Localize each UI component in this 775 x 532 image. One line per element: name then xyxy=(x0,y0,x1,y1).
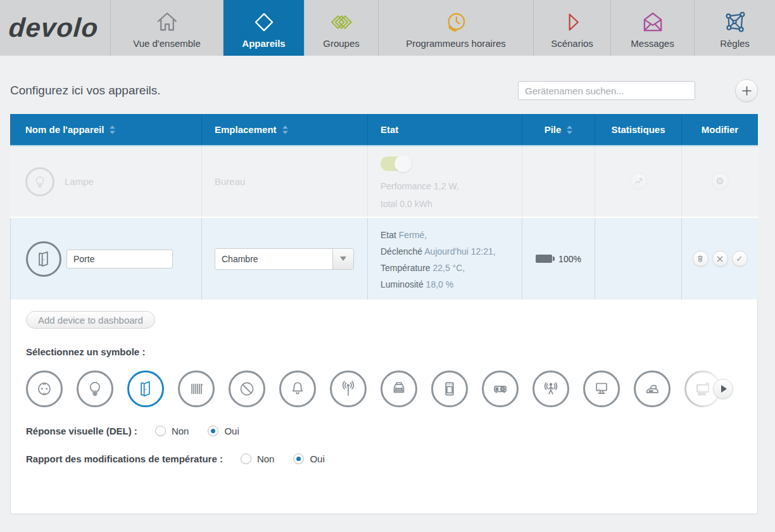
column-header-label: Pile xyxy=(545,124,562,135)
symbol-outlet-icon[interactable] xyxy=(26,370,63,407)
next-symbols-button[interactable] xyxy=(713,379,733,399)
radio-option-non[interactable]: Non xyxy=(241,453,275,464)
table-row-porte: Chambre Etat Fermé, Déclenché Aujourd'hu… xyxy=(10,217,758,300)
symbol-motion-detector-icon[interactable] xyxy=(532,370,569,407)
devolo-logo: devolo xyxy=(0,0,111,56)
tab-scenarios[interactable]: Scénarios xyxy=(534,0,611,56)
device-name-input[interactable] xyxy=(66,250,173,269)
state-line: Déclenché Aujourd'hui 12:21, xyxy=(381,243,522,260)
sort-icon xyxy=(110,125,115,134)
column-header-edit: Modifier xyxy=(681,114,758,145)
location-select-value: Chambre xyxy=(215,254,332,264)
symbol-antenna-icon[interactable] xyxy=(330,370,367,407)
radio-option-oui[interactable]: Oui xyxy=(293,453,324,464)
device-name: Lampe xyxy=(65,176,94,187)
toggle-knob xyxy=(394,155,412,172)
tab-label: Messages xyxy=(631,38,674,49)
symbol-car-icon[interactable] xyxy=(381,370,417,407)
column-header-name[interactable]: Nom de l'appareil xyxy=(10,114,201,145)
temperature-report-option: Rapport des modifications de température… xyxy=(26,453,742,464)
confirm-button[interactable]: ✓ xyxy=(732,251,748,267)
column-header-label: Statistiques xyxy=(611,124,665,135)
radio-option-oui[interactable]: Oui xyxy=(208,426,239,436)
tab-label: Vue d'ensemble xyxy=(133,38,201,49)
radio-option-non[interactable]: Non xyxy=(155,426,189,436)
state-line: Etat Fermé, xyxy=(381,227,522,243)
tab-label: Programmeurs horaires xyxy=(406,38,506,49)
symbol-door-icon[interactable] xyxy=(127,370,164,407)
state-line: Luminosité 18,0 % xyxy=(381,276,522,293)
next-arrow-icon xyxy=(721,385,727,393)
delete-button[interactable] xyxy=(693,251,709,267)
chart-icon xyxy=(634,178,643,185)
state-line: Performance 1,2 W, xyxy=(381,177,522,195)
tab-regles[interactable]: Règles xyxy=(695,0,775,56)
group-diamonds-icon xyxy=(328,8,355,37)
symbol-oven-icon[interactable] xyxy=(431,370,468,407)
devices-table: Nom de l'appareil Emplacement Etat Pile … xyxy=(10,114,758,514)
close-icon: × xyxy=(715,254,724,264)
symbol-forbidden-icon[interactable] xyxy=(229,370,265,407)
column-header-label: Emplacement xyxy=(215,124,277,135)
add-device-button[interactable] xyxy=(735,79,758,102)
clock-history-icon xyxy=(443,8,469,37)
devolo-logo-text: devolo xyxy=(8,13,99,43)
symbol-monitor-icon[interactable] xyxy=(583,370,620,407)
symbol-bell-icon[interactable] xyxy=(279,370,316,407)
network-nodes-icon xyxy=(722,8,748,37)
column-header-location[interactable]: Emplacement xyxy=(201,114,367,145)
symbol-picker xyxy=(26,370,743,408)
column-header-label: Modifier xyxy=(702,124,738,135)
symbol-bulb-icon[interactable] xyxy=(77,370,113,407)
device-editor-panel: Add device to dashboard Sélectionnez un … xyxy=(10,300,758,514)
play-outline-icon xyxy=(559,8,586,37)
check-icon: ✓ xyxy=(736,255,743,263)
radio-checked-icon xyxy=(208,426,218,436)
column-header-label: Nom de l'appareil xyxy=(25,124,104,135)
power-toggle[interactable] xyxy=(381,156,410,171)
sort-icon xyxy=(282,125,288,134)
symbol-radiator-icon[interactable] xyxy=(178,370,215,407)
tab-label: Groupes xyxy=(323,38,360,49)
home-icon xyxy=(154,8,180,37)
page-intro: Configurez ici vos appareils. xyxy=(10,84,518,98)
cancel-button[interactable]: × xyxy=(712,251,728,267)
tab-appareils[interactable]: Appareils xyxy=(224,0,305,56)
settings-button[interactable]: ⚙ xyxy=(712,173,729,190)
state-line: total 0,0 kWh xyxy=(381,195,522,213)
toolbar: Configurez ici vos appareils. xyxy=(10,79,758,102)
tab-label: Appareils xyxy=(242,38,285,49)
plus-icon xyxy=(742,86,752,96)
gear-icon: ⚙ xyxy=(715,177,724,186)
tab-programmeurs-horaires[interactable]: Programmeurs horaires xyxy=(379,0,534,56)
column-header-label: Etat xyxy=(381,124,398,135)
tab-vue-densemble[interactable]: Vue d'ensemble xyxy=(111,0,224,56)
table-header-row: Nom de l'appareil Emplacement Etat Pile … xyxy=(10,114,758,146)
symbol-projector-icon[interactable] xyxy=(482,370,519,407)
tab-messages[interactable]: Messages xyxy=(611,0,695,56)
dropdown-arrow-icon xyxy=(332,249,353,269)
search-input[interactable] xyxy=(518,81,695,100)
column-header-state: Etat xyxy=(367,114,522,145)
trash-icon xyxy=(696,255,704,263)
led-feedback-option: Réponse visuelle (DEL) : Non Oui xyxy=(26,426,742,436)
option-label: Réponse visuelle (DEL) : xyxy=(26,426,137,436)
device-location: Bureau xyxy=(215,176,245,187)
table-row-lampe: Lampe Bureau Performance 1,2 W, total 0,… xyxy=(10,146,758,217)
radio-icon xyxy=(155,426,166,436)
state-line: Température 22,5 °C, xyxy=(381,260,522,276)
column-header-statistics: Statistiques xyxy=(595,114,681,145)
sort-icon xyxy=(567,125,572,134)
location-select[interactable]: Chambre xyxy=(215,248,354,270)
symbol-iron-icon[interactable] xyxy=(634,370,671,407)
statistics-button[interactable] xyxy=(630,173,647,190)
diamond-icon xyxy=(251,8,277,37)
column-header-battery[interactable]: Pile xyxy=(522,114,595,145)
battery-level: 100% xyxy=(558,254,581,264)
tab-groupes[interactable]: Groupes xyxy=(305,0,379,56)
envelope-open-icon xyxy=(640,8,666,37)
symbol-picker-label: Sélectionnez un symbole : xyxy=(26,346,742,357)
add-to-dashboard-button[interactable]: Add device to dashboard xyxy=(26,311,155,329)
battery-icon xyxy=(536,255,552,263)
radio-icon xyxy=(241,453,251,464)
